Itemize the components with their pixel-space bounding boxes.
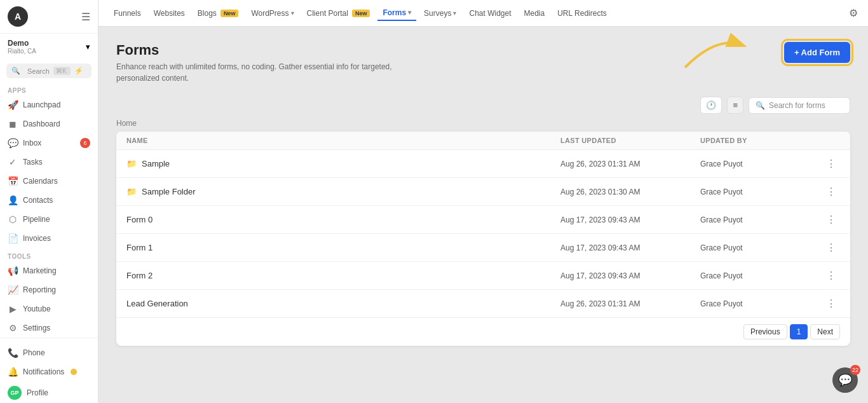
row-more-button[interactable]: ⋮	[822, 296, 840, 311]
row-more-button[interactable]: ⋮	[822, 240, 840, 255]
table-row[interactable]: 📁 Sample Folder Aug 26, 2023 01:30 AM Gr…	[116, 178, 850, 206]
profile-avatar: GP	[8, 386, 22, 400]
reporting-label: Reporting	[23, 285, 56, 294]
view-recent-button[interactable]: 🕐	[700, 97, 722, 114]
page-content: Forms Enhance reach with unlimited forms…	[98, 27, 868, 403]
sidebar-item-contacts[interactable]: 👤 Contacts	[0, 191, 98, 210]
dashboard-icon: ◼	[8, 119, 18, 129]
table-row[interactable]: Lead Generation Aug 26, 2023 01:31 AM Gr…	[116, 290, 850, 317]
add-form-button[interactable]: + Add Form	[784, 42, 850, 63]
dashboard-label: Dashboard	[23, 120, 60, 128]
youtube-label: Youtube	[23, 304, 51, 313]
table-body: 📁 Sample Aug 26, 2023 01:31 AM Grace Puy…	[116, 150, 850, 317]
row-updated-by: Grace Puyot	[700, 160, 815, 168]
marketing-label: Marketing	[23, 266, 57, 275]
pipeline-icon: ⬡	[8, 214, 18, 224]
nav-item-wordpress[interactable]: WordPress ▾	[246, 6, 299, 20]
tools-section-label: Tools	[0, 248, 98, 261]
nav-item-blogs[interactable]: Blogs New	[193, 6, 244, 20]
calendars-label: Calendars	[23, 177, 58, 186]
row-name: 📁 Sample Folder	[126, 187, 560, 196]
sidebar-item-pipeline[interactable]: ⬡ Pipeline	[0, 210, 98, 229]
page-header: Forms Enhance reach with unlimited forms…	[116, 42, 850, 84]
account-switcher[interactable]: Demo Rialto, CA ▾	[0, 34, 98, 60]
row-updated-by: Grace Puyot	[700, 215, 815, 224]
tasks-icon: ✓	[8, 157, 18, 167]
sidebar-item-inbox[interactable]: 💬 Inbox 6	[0, 133, 98, 153]
current-page-button[interactable]: 1	[790, 324, 808, 339]
table-row[interactable]: 📁 Sample Aug 26, 2023 01:31 AM Grace Puy…	[116, 150, 850, 178]
sidebar-item-calendars[interactable]: 📅 Calendars	[0, 172, 98, 191]
row-more-button[interactable]: ⋮	[822, 268, 840, 283]
sidebar-item-profile[interactable]: GP Profile	[0, 381, 98, 403]
table-row[interactable]: Form 2 Aug 17, 2023 09:43 AM Grace Puyot…	[116, 262, 850, 290]
row-actions: ⋮	[815, 240, 840, 255]
calendars-icon: 📅	[8, 176, 18, 186]
view-list-button[interactable]: ≡	[727, 97, 743, 114]
sidebar-item-phone[interactable]: 📞 Phone	[0, 343, 98, 362]
account-location: Rialto, CA	[8, 48, 36, 55]
sidebar-item-marketing[interactable]: 📢 Marketing	[0, 261, 98, 280]
nav-item-websites[interactable]: Websites	[149, 6, 190, 20]
search-icon: 🔍	[11, 67, 24, 75]
row-name: Form 1	[126, 243, 560, 252]
contacts-icon: 👤	[8, 195, 18, 205]
col-header-actions	[815, 137, 840, 144]
inbox-label: Inbox	[23, 139, 41, 147]
previous-page-button[interactable]: Previous	[743, 324, 787, 339]
table-row[interactable]: Form 0 Aug 17, 2023 09:43 AM Grace Puyot…	[116, 206, 850, 234]
sidebar-header: A ☰	[0, 0, 98, 34]
menu-toggle-icon[interactable]: ☰	[81, 11, 90, 23]
row-name: Lead Generation	[126, 299, 560, 308]
wordpress-arrow-icon: ▾	[291, 10, 294, 17]
invoices-label: Invoices	[23, 234, 51, 243]
sidebar-item-dashboard[interactable]: ◼ Dashboard	[0, 114, 98, 133]
pagination: Previous 1 Next	[116, 317, 850, 346]
sidebar-item-tasks[interactable]: ✓ Tasks	[0, 153, 98, 172]
row-last-updated: Aug 26, 2023 01:31 AM	[560, 160, 700, 168]
sidebar-item-reporting[interactable]: 📈 Reporting	[0, 280, 98, 299]
nav-item-media[interactable]: Media	[519, 6, 550, 20]
nav-item-url-redirects[interactable]: URL Redirects	[552, 6, 612, 20]
nav-item-chat-widget[interactable]: Chat Widget	[464, 6, 516, 20]
sidebar-logo-avatar: A	[8, 6, 28, 27]
page-title-area: Forms Enhance reach with unlimited forms…	[116, 42, 434, 84]
row-updated-by: Grace Puyot	[700, 188, 815, 196]
sidebar-item-launchpad[interactable]: 🚀 Launchpad	[0, 95, 98, 114]
nav-item-funnels[interactable]: Funnels	[109, 6, 146, 20]
sidebar-item-invoices[interactable]: 📄 Invoices	[0, 229, 98, 248]
row-more-button[interactable]: ⋮	[822, 156, 840, 171]
search-forms-input[interactable]: 🔍 Search for forms	[749, 97, 850, 114]
row-more-button[interactable]: ⋮	[822, 184, 840, 199]
tasks-label: Tasks	[23, 158, 43, 167]
nav-item-forms[interactable]: Forms ▾	[377, 6, 416, 21]
sidebar-item-youtube[interactable]: ▶ Youtube	[0, 299, 98, 318]
row-actions: ⋮	[815, 212, 840, 227]
next-page-button[interactable]: Next	[810, 324, 840, 339]
search-label: Search	[27, 67, 50, 75]
client-portal-new-badge: New	[352, 10, 370, 17]
nav-item-surveys[interactable]: Surveys ▾	[419, 6, 461, 20]
surveys-arrow-icon: ▾	[453, 10, 456, 17]
pipeline-label: Pipeline	[23, 215, 50, 224]
sidebar-item-notifications[interactable]: 🔔 Notifications	[0, 362, 98, 381]
col-header-name: Name	[126, 137, 560, 144]
page-title: Forms	[116, 42, 434, 58]
settings-icon: ⚙	[8, 323, 18, 333]
youtube-icon: ▶	[8, 304, 18, 314]
chat-widget-button[interactable]: 💬 22	[832, 367, 858, 393]
search-shortcut: ⌘K	[53, 67, 71, 75]
row-last-updated: Aug 26, 2023 01:31 AM	[560, 299, 700, 308]
col-header-updated: Last Updated	[560, 137, 700, 144]
table-row[interactable]: Form 1 Aug 17, 2023 09:43 AM Grace Puyot…	[116, 234, 850, 262]
chat-badge: 22	[850, 365, 860, 375]
row-more-button[interactable]: ⋮	[822, 212, 840, 227]
notifications-dot	[71, 369, 77, 375]
nav-item-client-portal[interactable]: Client Portal New	[302, 6, 376, 20]
top-navigation: Funnels Websites Blogs New WordPress ▾ C…	[98, 0, 868, 27]
main-area: Funnels Websites Blogs New WordPress ▾ C…	[98, 0, 868, 403]
search-bar[interactable]: 🔍 Search ⌘K ⚡	[6, 64, 92, 78]
inbox-icon: 💬	[8, 138, 18, 148]
sidebar-item-settings[interactable]: ⚙ Settings	[0, 318, 98, 338]
nav-settings-icon[interactable]: ⚙	[849, 7, 858, 19]
